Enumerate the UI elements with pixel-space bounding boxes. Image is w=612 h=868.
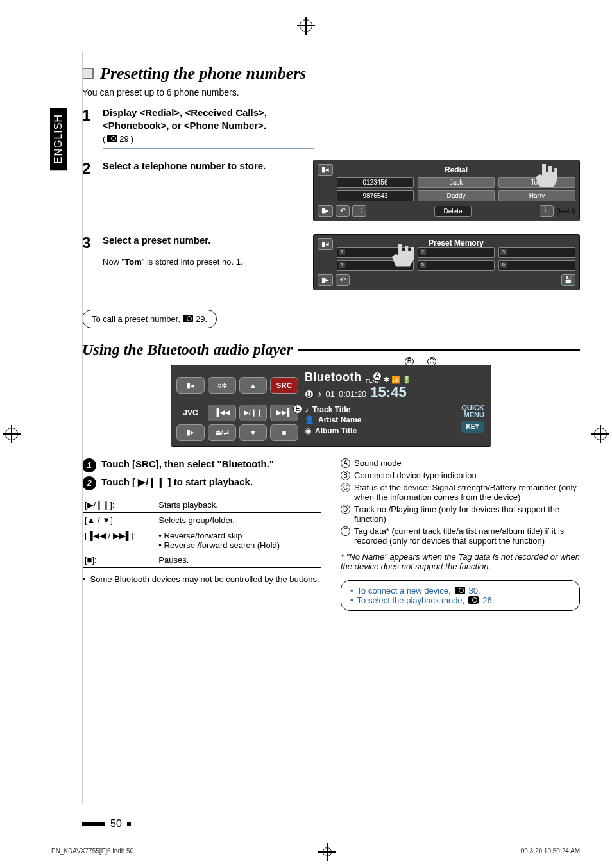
magnifier-icon xyxy=(183,315,193,322)
magnifier-icon xyxy=(468,596,479,604)
key-button: KEY xyxy=(461,421,484,433)
play-pause-icon: ▶/❙❙ xyxy=(239,405,268,421)
back-icon: ↶ xyxy=(336,274,350,286)
bluetooth-player-screen: ▮◂ ♫✲ ▲ SRC A Bluetooth FLAT ✱ 📶 🔋 xyxy=(171,365,491,447)
down-icon: ▼ xyxy=(239,424,268,441)
call-preset-note: To call a preset number, 29. xyxy=(82,310,217,328)
artist-icon: 👤 xyxy=(305,415,314,426)
redial-entry: 0123456 xyxy=(337,177,414,188)
table-row: [▶/❙❙]: Starts playback. xyxy=(82,497,321,512)
step-number: 3 xyxy=(82,234,94,252)
crop-mark-left xyxy=(5,428,18,440)
footer-filename: EN_KDAVX7755[E]6.indb 50 xyxy=(51,847,133,856)
src-button: SRC xyxy=(270,377,298,394)
section-title: Presetting the phone numbers xyxy=(100,64,306,83)
procedure-step-2: 2 Touch [ ▶/❙❙ ] to start playback. xyxy=(82,476,321,490)
redial-entry: Daddy xyxy=(418,190,495,201)
list-item: ETag data* (current track title/artist n… xyxy=(341,526,580,546)
album-title: Album Title xyxy=(315,426,357,437)
controls-table: [▶/❙❙]: Starts playback. [▲ / ▼]: Select… xyxy=(82,497,321,568)
table-row: [■]: Pauses. xyxy=(82,553,321,568)
next-icon: 〉 xyxy=(540,205,554,217)
preset-slot: 5 xyxy=(418,260,495,271)
music-settings-icon: ♫✲ xyxy=(208,377,236,394)
callout-a: A xyxy=(373,372,382,381)
delete-button: Delete xyxy=(434,206,472,217)
step-badge-2: 2 xyxy=(82,476,96,490)
brand-label: JVC xyxy=(176,405,205,421)
step-badge-1: 1 xyxy=(82,458,96,472)
track-title: Track Title xyxy=(312,405,350,415)
section2-title: Using the Bluetooth audio player xyxy=(82,341,293,358)
back-icon: ↶ xyxy=(336,205,350,217)
bt-device-note: • Some Bluetooth devices may not be cont… xyxy=(82,574,321,584)
section-bullet-icon xyxy=(82,68,94,79)
scroll-down-icon: ▮▸ xyxy=(318,205,333,217)
callout-e: E xyxy=(293,405,302,413)
scroll-up-icon: ▮◂ xyxy=(318,238,333,250)
callout-d: D xyxy=(305,390,314,399)
stop-icon: ■ xyxy=(270,424,298,441)
preset-memory-screen: ▮◂ Preset Memory 1 2 3 4 5 6 xyxy=(313,234,580,290)
bt-status-icon: ✱ 📶 🔋 xyxy=(384,376,411,384)
redial-entry: 9876543 xyxy=(337,190,414,201)
redial-screen: ▮◂ Redial 0123456 Jack Tom 98765 xyxy=(313,160,580,221)
crop-mark-bottom xyxy=(323,847,332,856)
step-title: Select a telephone number to store. xyxy=(103,160,300,172)
prev-icon: 〈 xyxy=(352,205,366,217)
footnote-star: * "No Name" appears when the Tag data is… xyxy=(341,552,580,571)
save-icon: 💾 xyxy=(561,274,575,286)
source-label: Bluetooth xyxy=(305,371,361,384)
album-icon: ◉ xyxy=(305,426,311,437)
note-icon: ♪ xyxy=(318,389,322,399)
artist-name: Artist Name xyxy=(318,415,361,426)
cross-ref-box: •To connect a new device, 30. •To select… xyxy=(341,580,580,611)
play-time: 0:01:20 xyxy=(339,389,366,399)
redial-entry: Harry xyxy=(498,190,575,201)
preset-slot: 2 xyxy=(418,247,495,258)
magnifier-icon xyxy=(107,135,117,142)
scroll-down-icon: ▮▸ xyxy=(318,274,333,286)
step-number: 2 xyxy=(82,160,94,178)
print-footer: EN_KDAVX7755[E]6.indb 50 09.3.20 10:50:2… xyxy=(51,847,580,856)
list-item: DTrack no./Playing time (only for device… xyxy=(341,505,580,524)
page-ref: 29 xyxy=(119,134,128,144)
crop-mark-top xyxy=(300,19,312,32)
eject-swap-icon: ⏏/⇄ xyxy=(208,424,236,441)
procedure-step-1: 1 Touch [SRC], then select "Bluetooth." xyxy=(82,458,321,472)
panel-btn-corner: ▮▸ xyxy=(176,424,205,441)
track-number: 01 xyxy=(326,389,335,399)
page-number: 50 xyxy=(82,818,131,830)
step-title: Select a preset number. xyxy=(103,234,300,247)
clock: 15:45 xyxy=(370,384,406,401)
screen-title: Redial xyxy=(445,165,468,174)
list-item: CStatus of the device: Signal strength/B… xyxy=(341,483,580,502)
prev-track-icon: ▐◀◀ xyxy=(208,405,236,421)
table-row: [▲ / ▼]: Selects group/folder. xyxy=(82,512,321,528)
panel-btn-corner: ▮◂ xyxy=(176,377,205,394)
list-item: BConnected device type indication xyxy=(341,471,580,480)
step-1: 1 Display <Redial>, <Received Calls>, <P… xyxy=(82,106,580,149)
screen-title: Preset Memory xyxy=(337,238,575,247)
redial-entry: Jack xyxy=(418,177,495,188)
list-item: ASound mode xyxy=(341,458,580,468)
preset-slot: 3 xyxy=(498,247,575,258)
step-divider xyxy=(103,148,314,149)
table-row: [▐◀◀ / ▶▶▌]: • Reverse/forward skip • Re… xyxy=(82,528,321,553)
footer-timestamp: 09.3.20 10:50:24 AM xyxy=(521,847,580,856)
step-title-line1: Display <Redial>, <Received Calls>, xyxy=(103,106,580,119)
language-tab: ENGLISH xyxy=(50,108,67,170)
hold-label: (Hold) xyxy=(556,207,575,215)
legend-list: ASound mode BConnected device type indic… xyxy=(341,458,580,546)
crop-mark-right xyxy=(594,428,607,440)
step-note: Now "Tom" is stored into preset no. 1. xyxy=(103,257,300,267)
up-icon: ▲ xyxy=(239,377,268,394)
note-icon: ♪ xyxy=(305,405,309,415)
step-number: 1 xyxy=(82,106,94,124)
scroll-up-icon: ▮◂ xyxy=(318,164,333,176)
quick-menu-label: QUICKMENU xyxy=(462,405,484,419)
magnifier-icon xyxy=(455,587,465,594)
heading-rule xyxy=(298,349,580,351)
step-title-line2: <Phonebook>, or <Phone Number>. xyxy=(103,119,580,132)
section-intro: You can preset up to 6 phone numbers. xyxy=(82,87,580,97)
